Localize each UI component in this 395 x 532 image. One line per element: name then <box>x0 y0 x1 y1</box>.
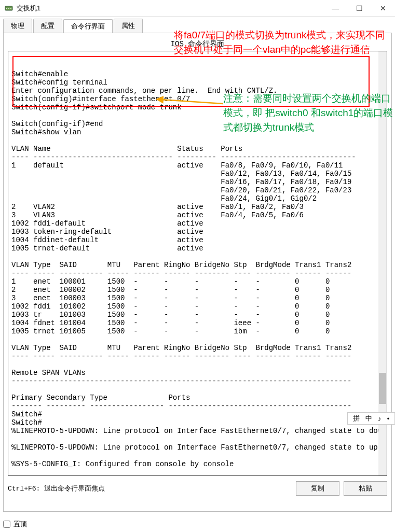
scroll-thumb[interactable] <box>379 373 386 404</box>
content-frame: IOS 命令行界面 Switch#enable Switch#config te… <box>3 33 392 512</box>
ime-music-icon[interactable]: ♪ <box>378 415 382 423</box>
cli-text: Switch#enable Switch#config terminal Ent… <box>11 70 387 468</box>
bottom-row: Ctrl+F6: 退出命令行界面焦点 复制 粘贴 <box>8 476 387 496</box>
tab-bar: 物理 配置 命令行界面 属性 <box>0 17 395 33</box>
pin-checkbox[interactable] <box>3 521 10 528</box>
copy-button[interactable]: 复制 <box>296 481 339 496</box>
focus-hint: Ctrl+F6: 退出命令行界面焦点 <box>8 484 105 493</box>
tab-cli[interactable]: 命令行界面 <box>63 19 113 33</box>
tab-config[interactable]: 配置 <box>33 19 62 33</box>
window-controls: — ☐ ✕ <box>323 0 395 17</box>
ime-dot-icon[interactable]: • <box>387 415 390 423</box>
ime-toolbar[interactable]: 拼 中 ♪ • <box>347 412 395 425</box>
window-title: 交换机1 <box>17 4 40 13</box>
pin-label: 置顶 <box>13 520 27 529</box>
maximize-button[interactable]: ☐ <box>347 0 371 17</box>
tab-physical[interactable]: 物理 <box>3 19 32 33</box>
close-button[interactable]: ✕ <box>371 0 395 17</box>
svg-point-3 <box>10 8 11 9</box>
paste-button[interactable]: 粘贴 <box>344 481 387 496</box>
app-icon <box>4 4 13 13</box>
scroll-up-icon[interactable] <box>378 51 387 60</box>
minimize-button[interactable]: — <box>323 0 347 17</box>
ime-mode-icon[interactable]: 拼 <box>353 414 360 423</box>
footer: 置顶 <box>3 520 27 529</box>
cli-header: IOS 命令行界面 <box>8 37 387 51</box>
cli-output[interactable]: Switch#enable Switch#config terminal Ent… <box>8 51 387 476</box>
tab-attrs[interactable]: 属性 <box>114 19 143 33</box>
svg-point-2 <box>8 8 9 9</box>
ime-lang-icon[interactable]: 中 <box>365 414 372 423</box>
svg-point-1 <box>6 8 7 9</box>
title-bar: 交换机1 — ☐ ✕ <box>0 0 395 17</box>
